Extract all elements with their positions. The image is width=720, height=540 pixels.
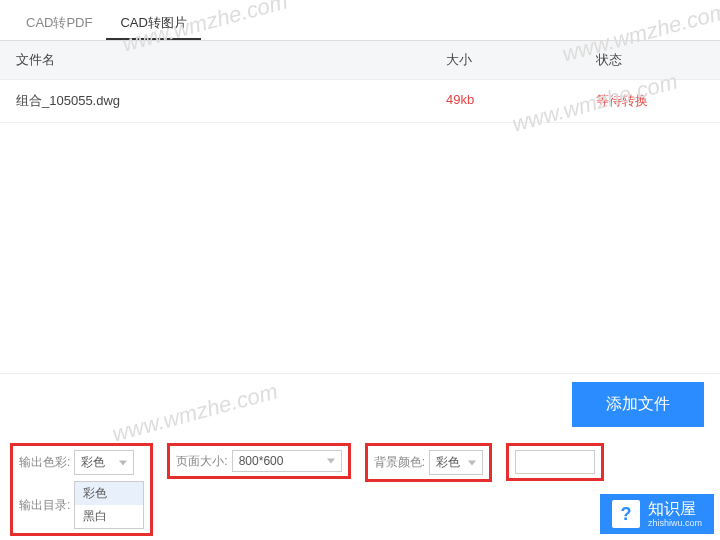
- tab-bar: CAD转PDF CAD转图片: [0, 0, 720, 41]
- brand-sub: zhishiwu.com: [648, 519, 702, 528]
- cell-status: 等待转换: [596, 92, 704, 110]
- select-bg-color[interactable]: 彩色: [429, 450, 483, 475]
- tab-cad-to-image[interactable]: CAD转图片: [106, 8, 200, 40]
- tab-cad-to-pdf[interactable]: CAD转PDF: [12, 8, 106, 40]
- header-filename: 文件名: [16, 51, 446, 69]
- header-status: 状态: [596, 51, 704, 69]
- setting-page-size: 页面大小: 800*600: [167, 443, 350, 479]
- label-bg-color: 背景颜色:: [374, 454, 425, 471]
- brand-logo: ? 知识屋 zhishiwu.com: [600, 494, 714, 534]
- label-output-color: 输出色彩:: [19, 454, 70, 471]
- brand-name: 知识屋: [648, 501, 702, 517]
- extra-input[interactable]: [515, 450, 595, 474]
- table-row[interactable]: 组合_105055.dwg 49kb 等待转换: [0, 80, 720, 123]
- setting-extra: [506, 443, 604, 481]
- add-file-button[interactable]: 添加文件: [572, 382, 704, 427]
- label-output-dir: 输出目录:: [19, 497, 70, 514]
- header-size: 大小: [446, 51, 596, 69]
- label-page-size: 页面大小:: [176, 453, 227, 470]
- cell-filename: 组合_105055.dwg: [16, 92, 446, 110]
- select-page-size[interactable]: 800*600: [232, 450, 342, 472]
- dropdown-output-color: 彩色 黑白: [74, 481, 144, 529]
- cell-size: 49kb: [446, 92, 596, 110]
- setting-bg-color: 背景颜色: 彩色: [365, 443, 492, 482]
- dropdown-option-bw[interactable]: 黑白: [75, 505, 143, 528]
- setting-output-color: 输出色彩: 彩色 输出目录: 彩色 黑白: [10, 443, 153, 536]
- dropdown-option-color[interactable]: 彩色: [75, 482, 143, 505]
- question-icon: ?: [612, 500, 640, 528]
- table-header: 文件名 大小 状态: [0, 41, 720, 80]
- select-output-color[interactable]: 彩色: [74, 450, 134, 475]
